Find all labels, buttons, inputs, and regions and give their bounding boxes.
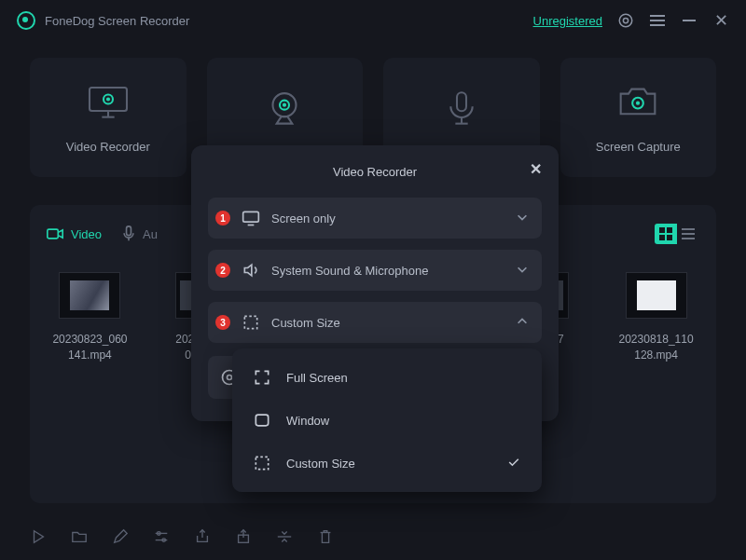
sliders-icon[interactable] [153,528,170,545]
tab-audio[interactable]: Au [122,225,158,242]
svg-point-0 [619,14,632,27]
screen-capture-card[interactable]: Screen Capture [560,58,717,177]
compress-icon[interactable] [276,528,293,545]
file-thumbnail [59,272,120,319]
app-title: FoneDog Screen Recorder [45,14,189,28]
dropdown-label: Full Screen [286,371,348,385]
bottom-toolbar [30,528,334,545]
file-item[interactable]: 20230823_060141.mp4 [52,272,128,364]
screen-icon [242,209,260,227]
size-dropdown: Full Screen Window Custom Size [232,348,542,492]
step-badge: 3 [215,315,230,330]
svg-point-1 [623,18,628,22]
folder-icon[interactable] [71,528,88,545]
svg-rect-10 [457,93,466,112]
svg-rect-19 [667,227,672,233]
popup-close-button[interactable]: ✕ [530,160,542,178]
dropdown-label: Custom Size [286,457,355,471]
step-label: Custom Size [271,316,340,330]
step-badge: 1 [215,211,230,225]
custom-size-icon [253,454,271,472]
share-icon[interactable] [235,528,252,545]
sound-icon [242,261,260,280]
file-name: 20230823_060141.mp4 [52,332,128,364]
svg-rect-37 [256,457,268,469]
svg-point-9 [283,103,286,107]
svg-rect-31 [243,212,259,222]
step-badge: 2 [215,263,230,278]
trash-icon[interactable] [317,528,334,545]
app-logo-icon [17,11,35,30]
svg-rect-33 [244,316,256,328]
card-label: Screen Capture [596,140,681,154]
close-button[interactable]: ✕ [712,12,729,29]
menu-icon[interactable] [649,12,666,29]
file-item[interactable]: 20230818_110128.mp4 [618,272,694,364]
svg-point-14 [636,101,640,104]
tab-label: Video [71,227,102,241]
minimize-button[interactable] [681,12,698,29]
window-icon [253,411,271,430]
dropdown-item-window[interactable]: Window [232,399,542,442]
play-icon[interactable] [30,528,47,545]
svg-rect-20 [659,235,665,240]
file-name: 20230818_110128.mp4 [618,332,694,364]
camera-icon [615,82,661,123]
list-view-button[interactable] [677,224,699,244]
dropdown-item-fullscreen[interactable]: Full Screen [232,356,542,399]
dropdown-label: Window [286,414,329,428]
check-icon [506,455,521,472]
webcam-icon [261,89,308,130]
video-recorder-card[interactable]: Video Recorder [30,58,186,177]
dropdown-item-custom[interactable]: Custom Size [232,442,542,485]
settings-icon[interactable] [617,12,634,29]
microphone-icon [438,89,485,130]
audio-select-row[interactable]: 2 System Sound & Microphone [208,250,542,291]
titlebar: FoneDog Screen Recorder Unregistered ✕ [0,0,746,41]
svg-rect-15 [48,229,58,239]
fullscreen-icon [253,368,271,387]
chevron-down-icon [516,211,529,226]
edit-icon[interactable] [112,528,129,545]
chevron-down-icon [516,263,529,279]
grid-view-button[interactable] [655,224,677,244]
chevron-up-icon [516,315,529,331]
svg-rect-21 [667,235,672,240]
popup-title: Video Recorder [333,165,417,179]
tab-video[interactable]: Video [47,227,102,241]
step-label: System Sound & Microphone [271,264,428,278]
svg-point-34 [228,376,232,380]
step-label: Screen only [271,212,336,225]
export-icon[interactable] [194,528,211,545]
crop-icon [242,313,260,332]
size-select-row[interactable]: 3 Custom Size [208,302,542,343]
svg-rect-18 [659,227,665,233]
svg-point-6 [106,97,110,101]
registration-link[interactable]: Unregistered [533,14,602,28]
monitor-icon [85,82,131,123]
card-label: Video Recorder [66,140,150,154]
svg-rect-16 [127,226,131,236]
file-thumbnail [626,272,687,319]
tab-label: Au [143,227,158,241]
source-select-row[interactable]: 1 Screen only [208,198,542,239]
svg-rect-36 [256,415,268,426]
